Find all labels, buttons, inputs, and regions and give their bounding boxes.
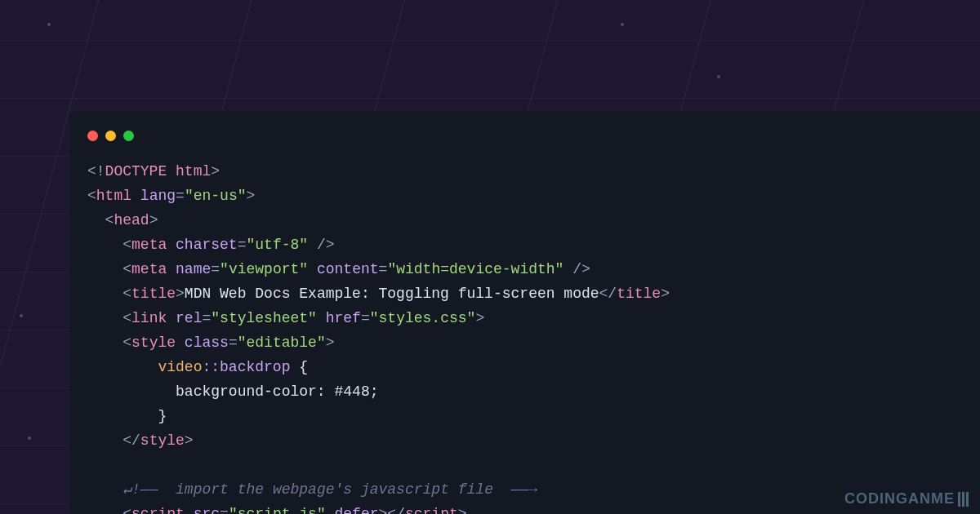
src-attr: src [194,506,220,514]
space [308,261,317,277]
maximize-window-button[interactable] [123,131,134,141]
punct: = [379,261,388,277]
punct: </ [122,432,140,449]
content-attr: content [317,261,379,277]
doctype-keyword: DOCTYPE [105,163,167,179]
close-window-button[interactable] [87,131,98,141]
space [131,188,140,204]
lang-val: "en-us" [185,188,247,204]
css-pseudo: ::backdrop [202,359,290,375]
minimize-window-button[interactable] [105,131,116,141]
script-tag-close: script [405,506,458,514]
meta-tag: meta [131,261,167,277]
space [317,310,326,326]
punct: </ [387,506,405,514]
doctype-html: html [176,163,211,179]
code-block: <!DOCTYPE html> <html lang="en-us"> <hea… [87,159,962,514]
punct: = [202,310,211,326]
comment-arrow-right: ——→ [511,481,537,498]
punct: <! [87,163,105,179]
punct: = [211,261,220,277]
punct: < [122,310,131,326]
editor-window: <!DOCTYPE html> <html lang="en-us"> <hea… [69,111,980,514]
punct: /> [564,261,590,277]
punct: > [379,506,388,514]
meta-tag: meta [131,237,167,253]
charset-attr: charset [176,237,238,253]
lang-attr: lang [140,188,176,204]
punct: < [122,286,131,302]
space [176,335,185,351]
defer-attr: defer [335,506,379,514]
brace-close: } [158,408,167,424]
space [185,506,194,514]
punct: > [185,432,194,449]
punct: < [122,261,131,277]
punct: = [229,335,238,351]
style-tag-close: style [140,432,185,449]
title-tag: title [131,286,176,302]
punct: > [326,335,335,351]
link-tag: link [131,310,167,326]
brace-open: { [299,359,308,375]
rel-attr: rel [176,310,202,326]
head-tag: head [114,212,149,228]
punct: < [122,335,131,351]
punct: = [176,188,185,204]
punct: < [122,237,131,253]
watermark: CODINGANME [844,490,969,507]
class-attr: class [185,335,229,351]
space [167,237,176,253]
punct: < [105,212,114,228]
punct: > [247,188,256,204]
decorative-dot [717,75,720,78]
punct: </ [599,286,617,302]
name-attr: name [176,261,211,277]
decorative-dot [47,23,51,26]
script-val: "script.js" [229,506,326,514]
class-val: "editable" [238,335,326,351]
decorative-dot [28,436,31,440]
punct: > [149,212,158,228]
window-controls [87,131,962,141]
html-tag: html [96,188,131,204]
content-val: "width=device-width" [387,261,564,277]
title-text: MDN Web Docs Example: Toggling full-scre… [185,286,599,302]
punct: < [122,506,131,514]
watermark-bars-icon [958,492,969,507]
comment-arrow-left: ↵!—— [122,481,158,498]
punct: = [220,506,229,514]
punct: > [176,286,185,302]
comment: ↵!—— import the webpage's javascript fil… [122,481,537,498]
href-attr: href [326,310,361,326]
punct: = [361,310,370,326]
punct: > [661,286,670,302]
rel-val: "stylesheet" [211,310,317,326]
title-tag-close: title [617,286,661,302]
css-selector: video [158,359,202,375]
punct: > [475,310,484,326]
decorative-dot [20,314,23,317]
style-tag: style [131,335,176,351]
watermark-text: CODINGANME [844,490,955,507]
css-property: background-color: [176,383,326,400]
space [167,163,176,179]
space [326,506,335,514]
css-value: #448; [334,383,378,400]
punct: < [87,188,96,204]
punct: > [211,163,220,179]
space [167,310,176,326]
space [167,261,176,277]
decorative-dot [621,23,624,26]
href-val: "styles.css" [370,310,476,326]
punct: /> [308,237,334,253]
script-tag: script [131,506,185,514]
comment-text: import the webpage's javascript file [158,481,510,498]
charset-val: "utf-8" [247,237,309,253]
punct: > [458,506,467,514]
punct: = [238,237,247,253]
viewport-val: "viewport" [220,261,308,277]
